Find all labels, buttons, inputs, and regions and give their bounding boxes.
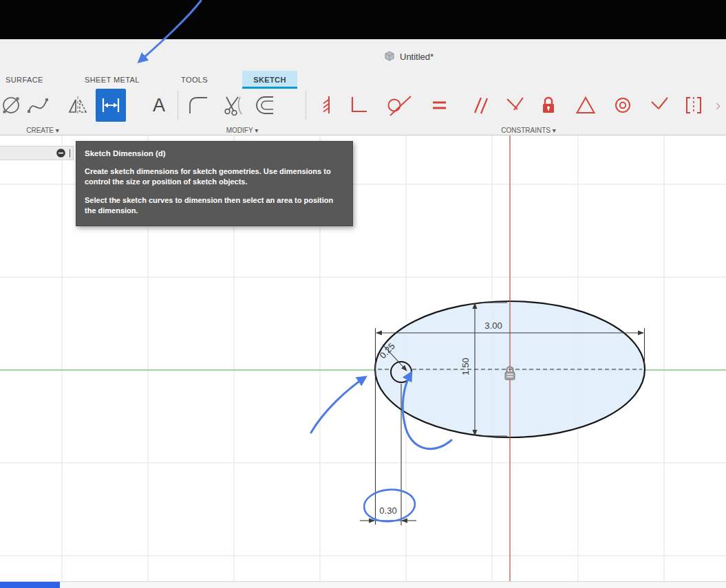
concentric-icon [611,94,634,117]
document-cube-icon [384,51,395,62]
sketch-dimension-icon [98,93,123,118]
modify-dropdown[interactable]: MODIFY ▾ [208,127,277,135]
constraint-perpendicular[interactable] [500,89,530,122]
two-point-circle-icon [0,94,23,117]
tool-fillet[interactable] [183,89,213,122]
tab-surface[interactable]: SURFACE [6,71,43,89]
constraint-triangle[interactable] [570,89,601,122]
bottom-edge [0,581,726,588]
document-title: Untitled* [400,52,434,62]
fix-hatch-icon [314,94,338,117]
spline-icon [26,94,50,117]
symmetry-icon [682,94,705,117]
tooltip-title: Sketch Dimension (d) [85,148,344,159]
tool-offset[interactable] [252,89,282,122]
tab-tools[interactable]: TOOLS [181,71,208,89]
tangent-icon [385,94,413,117]
create-dropdown[interactable]: CREATE ▾ [8,127,77,135]
lock-constraint-icon [537,94,560,117]
tab-sketch[interactable]: SKETCH [242,71,297,89]
tool-mirror[interactable] [63,89,93,122]
constraint-curvature[interactable] [716,89,726,122]
constraint-horizontal-vertical[interactable] [343,89,373,122]
horizontal-vertical-icon [346,94,370,117]
tool-trim[interactable] [217,89,248,122]
tab-sheet-metal[interactable]: SHEET METAL [85,71,140,89]
constraint-equal[interactable] [424,89,454,122]
constraint-lock[interactable] [533,89,564,122]
taskbar-item[interactable] [0,582,60,588]
parallel-icon [467,94,491,117]
constraints-dropdown[interactable]: CONSTRAINTS ▾ [480,127,577,135]
triangle-constraint-icon [574,94,597,117]
curvature-icon [716,94,726,117]
tool-text[interactable]: A [144,89,174,122]
perpendicular-icon [503,94,526,117]
tooltip-sketch-dimension: Sketch Dimension (d) Create sketch dimen… [76,141,353,226]
document-tab[interactable]: Untitled* [384,51,434,62]
equal-icon [427,94,451,117]
constraint-symmetry[interactable] [679,89,709,122]
constraint-tangent[interactable] [384,89,414,122]
constraint-concentric[interactable] [608,89,638,122]
mirror-icon [66,94,89,117]
constraint-parallel[interactable] [464,89,494,122]
constraint-midpoint[interactable] [643,89,674,122]
tool-spline[interactable] [23,89,53,122]
fillet-icon [186,94,210,117]
toolbar-divider [306,91,306,120]
panel-divider-tick [70,149,70,157]
title-bar [0,0,726,39]
toolbar-ribbon: Untitled* SURFACE SHEET METAL TOOLS SKET… [0,39,726,135]
panel-collapse-control[interactable] [0,146,74,160]
dim-offset-label[interactable]: 0.30 [379,505,396,516]
constraint-fix-hatch[interactable] [311,89,341,122]
trim-scissors-icon [221,94,244,117]
tooltip-paragraph-2: Select the sketch curves to dimension th… [85,195,344,217]
fusion360-window: Untitled* SURFACE SHEET METAL TOOLS SKET… [0,0,726,588]
tool-sketch-dimension[interactable] [96,89,126,122]
text-tool-icon: A [153,95,165,116]
dim-height-label[interactable]: 1.50 [460,358,471,375]
collapse-minus-icon [56,148,66,158]
midpoint-icon [647,94,670,117]
offset-icon [255,94,279,117]
toolbar-divider [178,91,178,120]
dim-width-label[interactable]: 3.00 [484,320,502,331]
tooltip-paragraph-1: Create sketch dimensions for sketch geom… [85,166,344,188]
